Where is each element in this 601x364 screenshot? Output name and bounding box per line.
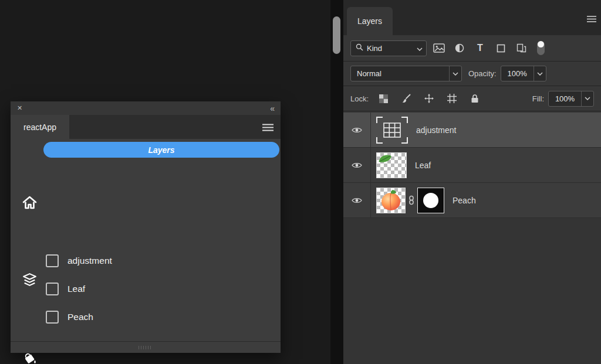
lock-row: Lock: Fill: 100%	[343, 86, 601, 111]
visibility-eye-icon[interactable]	[343, 113, 371, 147]
checkbox-leaf[interactable]	[46, 283, 59, 295]
filter-shape-layers-button[interactable]	[492, 40, 509, 56]
blend-mode-dropdown[interactable]: Normal	[350, 66, 462, 81]
blend-row: Normal Opacity: 100%	[343, 62, 601, 86]
opacity-label: Opacity:	[468, 69, 497, 78]
panel-gutter	[330, 0, 343, 364]
tab-reactapp[interactable]: reactApp	[11, 115, 69, 139]
lock-image-pixels-button[interactable]	[398, 90, 414, 107]
kind-filter-value: Kind	[367, 44, 382, 53]
plugin-titlebar: ✕ «	[11, 101, 281, 115]
lock-position-button[interactable]	[421, 90, 437, 107]
filter-type-layers-button[interactable]: T	[472, 40, 488, 56]
layer-list: adjustment Leaf	[343, 113, 601, 364]
panel-menu-icon[interactable]	[262, 123, 274, 134]
lock-artboard-button[interactable]	[444, 90, 460, 107]
mask-link-icon[interactable]	[407, 195, 416, 205]
resize-grip[interactable]	[139, 346, 153, 349]
plugin-panel: ✕ « reactApp Layers	[11, 101, 281, 353]
close-icon[interactable]: ✕	[17, 104, 22, 112]
home-icon[interactable]	[21, 194, 38, 210]
opacity-dropdown[interactable]: 100%	[501, 66, 546, 81]
opacity-value: 100%	[501, 69, 534, 78]
kind-filter-dropdown[interactable]: Kind	[350, 40, 427, 56]
layers-header-pill[interactable]: Layers	[43, 142, 279, 158]
tab-layers[interactable]: Layers	[347, 7, 393, 35]
layer-name[interactable]: adjustment	[416, 125, 456, 135]
search-icon	[356, 43, 363, 53]
layers-stack-icon[interactable]	[21, 271, 38, 288]
plugin-tab-row: reactApp	[11, 115, 281, 139]
layer-row-adjustment[interactable]: adjustment	[343, 113, 601, 148]
collapse-icon[interactable]: «	[270, 104, 274, 113]
chevron-down-icon	[449, 66, 461, 81]
layer-name[interactable]: Leaf	[415, 161, 431, 170]
visibility-eye-icon[interactable]	[343, 148, 371, 182]
lock-label: Lock:	[350, 94, 369, 103]
plugin-body: Layers adjustment Leaf	[11, 139, 281, 353]
layer-row-peach[interactable]: Peach	[343, 183, 601, 218]
layers-panel-header: Layers	[343, 0, 601, 35]
filter-row: Kind T	[343, 35, 601, 62]
layer-row-leaf[interactable]: Leaf	[343, 148, 601, 183]
checkbox-adjustment[interactable]	[46, 254, 59, 267]
checkbox-label: adjustment	[67, 256, 112, 266]
fill-label: Fill:	[532, 94, 544, 103]
plugin-footer	[11, 341, 281, 353]
scrollbar-thumb[interactable]	[333, 16, 340, 54]
filter-smart-objects-button[interactable]	[513, 40, 529, 56]
checkbox-label: Leaf	[67, 284, 85, 294]
mask-circle-shape	[423, 193, 438, 208]
peach-layer-thumbnail[interactable]	[376, 188, 406, 213]
checkbox-row-leaf: Leaf	[46, 275, 269, 303]
layer-name[interactable]: Peach	[453, 196, 476, 205]
chevron-down-icon	[417, 44, 423, 53]
chevron-down-icon	[581, 91, 593, 106]
checkbox-label: Peach	[67, 312, 93, 322]
fill-dropdown[interactable]: 100%	[548, 91, 594, 107]
checkbox-row-peach: Peach	[46, 303, 269, 331]
panel-options-menu-icon[interactable]	[587, 14, 596, 25]
layer-mask-thumbnail[interactable]	[417, 188, 444, 213]
visibility-eye-icon[interactable]	[343, 183, 371, 217]
layer-checkbox-list: adjustment Leaf Peach	[46, 247, 269, 331]
blend-mode-value: Normal	[357, 69, 381, 78]
filter-pixel-layers-button[interactable]	[431, 40, 447, 56]
filter-adjustment-layers-button[interactable]	[451, 40, 468, 56]
layers-panel: Layers Kind T	[343, 0, 601, 364]
checkbox-peach[interactable]	[46, 311, 59, 324]
fill-value: 100%	[549, 94, 581, 103]
leaf-layer-thumbnail[interactable]	[376, 152, 407, 178]
adjustment-layer-thumbnail[interactable]	[376, 117, 408, 144]
checkbox-row-adjustment: adjustment	[46, 247, 269, 275]
chevron-down-icon	[534, 66, 546, 81]
filtering-toggle-switch[interactable]	[537, 41, 545, 55]
lock-transparent-pixels-button[interactable]	[375, 90, 391, 107]
lock-all-button[interactable]	[467, 90, 483, 107]
